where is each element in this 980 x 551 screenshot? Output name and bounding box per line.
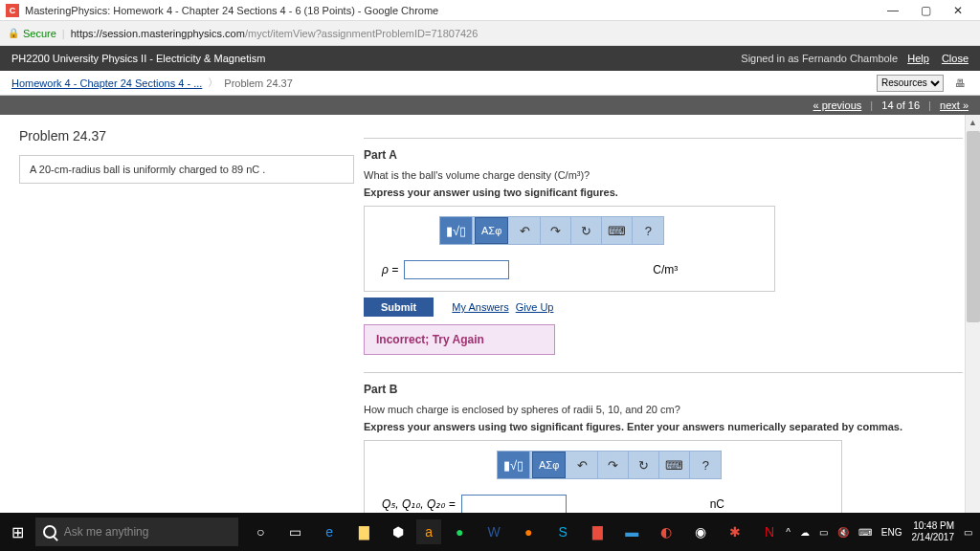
templates-icon[interactable]: ▮√▯ bbox=[440, 217, 473, 244]
part-a-my-answers-link[interactable]: My Answers bbox=[452, 301, 508, 313]
start-button[interactable]: ⊞ bbox=[0, 523, 35, 541]
breadcrumb-parent[interactable]: Homework 4 - Chapter 24 Sections 4 - ... bbox=[11, 77, 202, 89]
templates-icon[interactable]: ▮√▯ bbox=[498, 452, 530, 478]
address-bar[interactable]: 🔒 Secure | https://session.masteringphys… bbox=[0, 21, 980, 46]
part-b-toolbar: ▮√▯ ΑΣφ ↶ ↷ ↻ ⌨ ? bbox=[497, 451, 722, 479]
part-a-instruction: Express your answer using two significan… bbox=[364, 187, 963, 198]
mathematica-icon[interactable]: ✱ bbox=[719, 518, 751, 546]
part-a-input-row: ρ = C/m³ bbox=[382, 260, 767, 279]
part-b-unit: nC bbox=[710, 497, 724, 511]
course-header: PH2200 University Physics II - Electrici… bbox=[0, 46, 980, 71]
part-a-toolbar: ▮√▯ ΑΣφ ↶ ↷ ↻ ⌨ ? bbox=[439, 216, 664, 245]
part-a-variable: ρ = bbox=[382, 263, 398, 276]
part-b-answer-box: ▮√▯ ΑΣφ ↶ ↷ ↻ ⌨ ? Q₅, Q₁₀, Q₂₀ = nC bbox=[364, 440, 842, 513]
url-host: https://session.masteringphysics.com bbox=[71, 28, 245, 39]
app-icon[interactable]: ▬ bbox=[615, 518, 648, 546]
onedrive-icon[interactable]: ☁ bbox=[800, 527, 810, 538]
part-a-give-up-link[interactable]: Give Up bbox=[516, 301, 554, 313]
cortana-search[interactable]: Ask me anything bbox=[35, 518, 238, 546]
part-a-feedback: Incorrect; Try Again bbox=[364, 324, 555, 355]
next-link[interactable]: next » bbox=[940, 99, 969, 111]
lock-icon: 🔒 bbox=[8, 28, 19, 38]
part-a-input[interactable] bbox=[404, 260, 509, 279]
greek-button[interactable]: ΑΣφ bbox=[532, 452, 566, 478]
greek-button[interactable]: ΑΣφ bbox=[475, 217, 508, 244]
firefox-icon[interactable]: ● bbox=[512, 518, 545, 546]
part-a-title: Part A bbox=[364, 148, 963, 162]
scroll-up-icon[interactable]: ▲ bbox=[966, 115, 980, 130]
help-icon[interactable]: ? bbox=[690, 452, 721, 478]
circle-icon[interactable]: ◐ bbox=[650, 518, 682, 546]
clock[interactable]: 10:48 PM 2/14/2017 bbox=[912, 520, 955, 543]
undo-icon[interactable]: ↶ bbox=[510, 217, 541, 244]
clock-time: 10:48 PM bbox=[912, 520, 955, 532]
keyboard-tray-icon[interactable]: ⌨ bbox=[858, 527, 872, 538]
part-a-submit-row: Submit My Answers Give Up bbox=[364, 298, 963, 317]
reset-icon[interactable]: ↻ bbox=[629, 452, 659, 478]
word-icon[interactable]: W bbox=[478, 518, 510, 546]
url-text: https://session.masteringphysics.com/myc… bbox=[71, 28, 479, 39]
keyboard-icon[interactable]: ⌨ bbox=[659, 452, 690, 478]
redo-icon[interactable]: ↷ bbox=[598, 452, 629, 478]
part-b-variable: Q₅, Q₁₀, Q₂₀ = bbox=[382, 497, 456, 511]
scroll-thumb[interactable] bbox=[967, 131, 980, 322]
netflix-icon[interactable]: N bbox=[753, 518, 786, 546]
resources-dropdown[interactable]: Resources bbox=[877, 75, 944, 92]
course-name: PH2200 University Physics II - Electrici… bbox=[11, 53, 741, 64]
windows-taskbar: ⊞ Ask me anything ○ ▭ e ▇ ⬢ a ● W ● S ▇ … bbox=[0, 513, 980, 551]
position-text: 14 of 16 bbox=[881, 99, 920, 111]
reset-icon[interactable]: ↻ bbox=[571, 217, 602, 244]
undo-icon[interactable]: ↶ bbox=[568, 452, 598, 478]
skype-icon[interactable]: S bbox=[546, 518, 579, 546]
part-b-input[interactable] bbox=[461, 495, 567, 513]
secure-label: Secure bbox=[23, 28, 56, 39]
search-placeholder: Ask me anything bbox=[64, 525, 149, 539]
clock-date: 2/14/2017 bbox=[912, 532, 955, 543]
part-b-instruction: Express your answers using two significa… bbox=[364, 421, 963, 432]
breadcrumb-bar: Homework 4 - Chapter 24 Sections 4 - ...… bbox=[0, 71, 980, 96]
taskview-icon[interactable]: ▭ bbox=[278, 518, 311, 546]
explorer-icon[interactable]: ▇ bbox=[347, 518, 380, 546]
separator: | bbox=[62, 28, 65, 39]
part-a-unit: C/m³ bbox=[653, 263, 678, 276]
print-icon[interactable]: 🖶 bbox=[951, 75, 969, 92]
popcorn-icon[interactable]: ▇ bbox=[581, 518, 613, 546]
store-icon[interactable]: ⬢ bbox=[382, 518, 414, 546]
redo-icon[interactable]: ↷ bbox=[541, 217, 571, 244]
problem-title: Problem 24.37 bbox=[19, 128, 354, 143]
part-a-submit-button[interactable]: Submit bbox=[364, 298, 434, 317]
window-title: MasteringPhysics: Homework 4 - Chapter 2… bbox=[25, 5, 877, 16]
problem-nav: « previous | 14 of 16 | next » bbox=[0, 96, 980, 115]
notifications-icon[interactable]: ▭ bbox=[964, 527, 972, 538]
close-link[interactable]: Close bbox=[942, 53, 969, 64]
battery-icon[interactable]: ▭ bbox=[819, 527, 828, 538]
system-tray: ^ ☁ ▭ 🔇 ⌨ ENG 10:48 PM 2/14/2017 ▭ bbox=[786, 520, 980, 543]
signed-in-text: Signed in as Fernando Chambole bbox=[741, 53, 898, 64]
cortana-icon[interactable]: ○ bbox=[244, 518, 277, 546]
url-path: /myct/itemView?assignmentProblemID=71807… bbox=[245, 28, 478, 39]
edge-icon[interactable]: e bbox=[313, 518, 345, 546]
content-area: Problem 24.37 A 20-cm-radius ball is uni… bbox=[0, 115, 980, 513]
minimize-button[interactable]: — bbox=[877, 4, 909, 17]
chevron-right-icon: 〉 bbox=[208, 76, 218, 90]
maximize-button[interactable]: ▢ bbox=[909, 4, 942, 17]
part-a-question: What is the ball's volume charge density… bbox=[364, 169, 963, 181]
chrome-icon[interactable]: ◉ bbox=[684, 518, 717, 546]
part-a-answer-box: ▮√▯ ΑΣφ ↶ ↷ ↻ ⌨ ? ρ = C/m³ bbox=[364, 206, 775, 292]
volume-icon[interactable]: 🔇 bbox=[837, 527, 849, 538]
help-icon[interactable]: ? bbox=[633, 217, 663, 244]
keyboard-icon[interactable]: ⌨ bbox=[602, 217, 633, 244]
help-link[interactable]: Help bbox=[907, 53, 929, 64]
spotify-icon[interactable]: ● bbox=[443, 518, 476, 546]
problem-main: Part A What is the ball's volume charge … bbox=[364, 115, 980, 513]
taskbar-apps: ○ ▭ e ▇ ⬢ a ● W ● S ▇ ▬ ◐ ◉ ✱ N bbox=[244, 518, 786, 546]
scrollbar[interactable]: ▲ bbox=[965, 115, 980, 513]
amazon-icon[interactable]: a bbox=[416, 519, 441, 544]
tray-chevron-icon[interactable]: ^ bbox=[786, 527, 791, 538]
previous-link[interactable]: « previous bbox=[813, 99, 862, 111]
search-icon bbox=[43, 525, 56, 539]
lang-indicator[interactable]: ENG bbox=[881, 527, 902, 538]
part-b-question: How much charge is enclosed by spheres o… bbox=[364, 404, 963, 415]
close-window-button[interactable]: ✕ bbox=[942, 4, 974, 17]
divider bbox=[364, 372, 963, 373]
